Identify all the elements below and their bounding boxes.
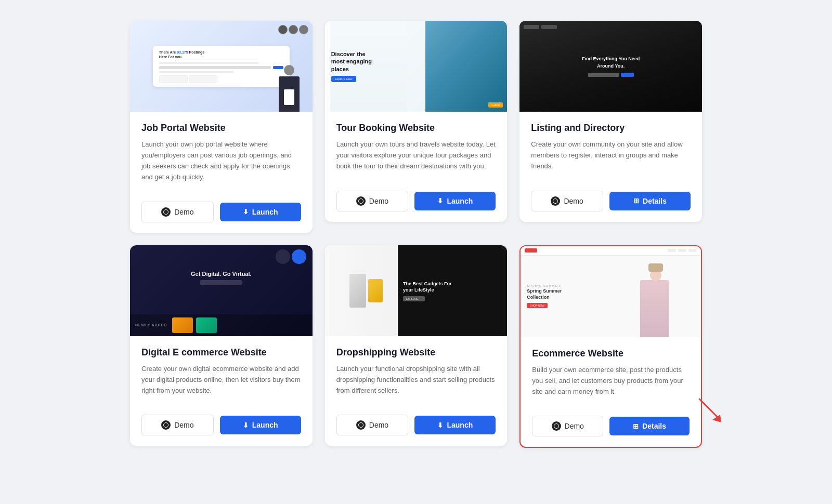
card-content: Digital E commerce Website Create your o… xyxy=(130,336,313,407)
card-description: Launch your functional dropshipping site… xyxy=(336,364,496,396)
card-wrapper-dropshipping: The Best Gadgets Foryour LifeStyle EXPLO… xyxy=(325,245,508,448)
card-actions: Demo ⬇ Launch xyxy=(130,406,313,446)
card-tour-booking: Discover themost engagingplaces Explore … xyxy=(325,21,508,222)
globe-icon xyxy=(161,207,171,217)
card-description: Create your own digital ecommerce websit… xyxy=(141,364,301,396)
card-actions: Demo ⬇ Launch xyxy=(325,406,508,446)
card-wrapper-listing-directory: Find Everything You NeedAround You. List… xyxy=(519,21,702,233)
card-preview-listing: Find Everything You NeedAround You. xyxy=(519,21,702,112)
globe-icon xyxy=(551,196,560,206)
details-button[interactable]: ⊞ Details xyxy=(609,417,690,435)
globe-icon xyxy=(356,196,366,206)
launch-button[interactable]: ⬇ Launch xyxy=(220,416,301,434)
demo-label: Demo xyxy=(565,422,584,430)
demo-label: Demo xyxy=(369,421,388,429)
card-wrapper-job-portal: There Are 93,175 PostingsHere For you. xyxy=(130,21,313,233)
demo-label: Demo xyxy=(564,197,583,205)
demo-label: Demo xyxy=(174,208,193,216)
card-content: Tour Booking Website Launch your own tou… xyxy=(325,112,508,182)
card-content: Ecommerce Website Build your own ecommer… xyxy=(521,337,701,408)
card-title: Ecommerce Website xyxy=(532,348,690,360)
globe-icon xyxy=(161,420,171,430)
globe-icon xyxy=(552,421,561,431)
card-preview-digital: Get Digital. Go Virtual. NEWLY ADDED xyxy=(130,245,313,336)
details-label: Details xyxy=(643,197,667,205)
card-content: Job Portal Website Launch your own job p… xyxy=(130,112,313,193)
demo-button[interactable]: Demo xyxy=(532,416,603,436)
demo-label: Demo xyxy=(174,421,193,429)
card-title: Dropshipping Website xyxy=(336,347,496,359)
launch-button[interactable]: ⬇ Launch xyxy=(220,203,301,221)
launch-label: Launch xyxy=(252,421,278,429)
svg-line-0 xyxy=(699,399,718,417)
details-button[interactable]: ⊞ Details xyxy=(609,192,691,210)
details-icon: ⊞ xyxy=(633,197,639,205)
launch-label: Launch xyxy=(447,197,473,205)
card-preview-job: There Are 93,175 PostingsHere For you. xyxy=(130,21,313,112)
card-title: Job Portal Website xyxy=(141,122,301,134)
card-dropshipping: The Best Gadgets Foryour LifeStyle EXPLO… xyxy=(325,245,508,446)
card-wrapper-tour-booking: Discover themost engagingplaces Explore … xyxy=(325,21,508,233)
launch-icon: ⬇ xyxy=(243,208,249,216)
card-actions: Demo ⬇ Launch xyxy=(325,182,508,222)
launch-icon: ⬇ xyxy=(437,197,443,205)
card-listing-directory: Find Everything You NeedAround You. List… xyxy=(519,21,702,222)
card-ecommerce: Spring Summer Spring SummerCollection SH… xyxy=(519,245,702,448)
launch-button[interactable]: ⬇ Launch xyxy=(414,416,496,434)
globe-icon xyxy=(356,420,366,430)
card-actions: Demo ⊞ Details xyxy=(519,182,702,222)
demo-label: Demo xyxy=(369,197,388,205)
arrow-indicator xyxy=(694,394,725,427)
card-job-portal: There Are 93,175 PostingsHere For you. xyxy=(130,21,313,233)
details-icon: ⊞ xyxy=(633,422,639,430)
demo-button[interactable]: Demo xyxy=(141,202,214,222)
card-description: Launch your own tours and travels websit… xyxy=(336,139,496,171)
card-content: Dropshipping Website Launch your functio… xyxy=(325,336,508,407)
card-description: Launch your own job portal website where… xyxy=(141,139,301,182)
card-grid: There Are 93,175 PostingsHere For you. xyxy=(130,21,702,448)
details-label: Details xyxy=(642,422,666,430)
card-title: Tour Booking Website xyxy=(336,122,496,134)
demo-button[interactable]: Demo xyxy=(141,415,214,435)
card-digital-ecommerce: Get Digital. Go Virtual. NEWLY ADDED Dig… xyxy=(130,245,313,446)
card-description: Create your own community on your site a… xyxy=(531,139,691,171)
launch-icon: ⬇ xyxy=(243,421,249,429)
launch-label: Launch xyxy=(252,208,278,216)
demo-button[interactable]: Demo xyxy=(336,191,409,211)
card-title: Digital E commerce Website xyxy=(141,347,301,359)
launch-icon: ⬇ xyxy=(437,421,443,429)
launch-label: Launch xyxy=(447,421,473,429)
card-description: Build your own ecommerce site, post the … xyxy=(532,365,690,397)
card-wrapper-digital-ecommerce: Get Digital. Go Virtual. NEWLY ADDED Dig… xyxy=(130,245,313,448)
demo-button[interactable]: Demo xyxy=(336,415,409,435)
card-content: Listing and Directory Create your own co… xyxy=(519,112,702,182)
card-preview-tour: Discover themost engagingplaces Explore … xyxy=(325,21,508,112)
launch-button[interactable]: ⬇ Launch xyxy=(414,192,496,210)
card-wrapper-ecommerce: Spring Summer Spring SummerCollection SH… xyxy=(519,245,702,448)
card-title: Listing and Directory xyxy=(531,122,691,134)
demo-button[interactable]: Demo xyxy=(531,191,603,211)
card-actions: Demo ⊞ Details xyxy=(521,407,701,447)
card-preview-ecom: Spring Summer Spring SummerCollection SH… xyxy=(521,246,701,337)
card-actions: Demo ⬇ Launch xyxy=(130,193,313,233)
card-preview-drop: The Best Gadgets Foryour LifeStyle EXPLO… xyxy=(325,245,508,336)
